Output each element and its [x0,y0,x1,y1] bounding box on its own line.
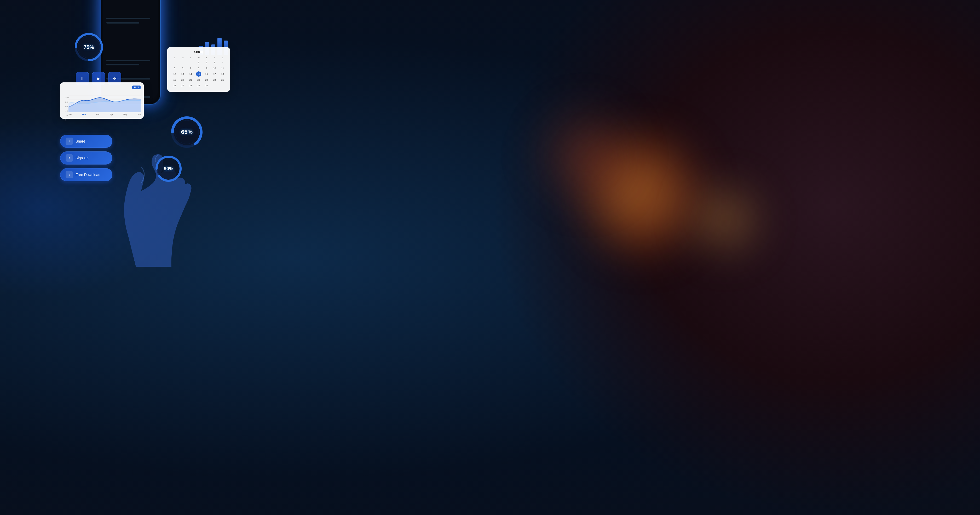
cal-day-11: 11 [220,65,225,71]
cal-day-18: 18 [220,72,225,77]
cal-empty-1 [172,60,177,65]
cal-day-15-today: 15 [196,72,201,77]
chart-card: 2024 100 80 60 40 20 0 [60,82,144,119]
cal-day-9: 9 [204,65,209,71]
signup-icon: ✦ [65,154,73,162]
download-button[interactable]: ↓ Free Download [60,168,112,181]
chart-year: 2024 [132,86,141,89]
cal-day-22: 22 [196,77,201,82]
cal-day-2: 2 [204,60,209,65]
screen-line-3 [107,60,150,61]
cal-day-7: 7 [188,65,193,71]
hand-element [120,131,193,267]
cal-day-6: 6 [180,65,185,71]
cal-header-t2: T [203,56,210,59]
cal-header-f: F [211,56,218,59]
calendar-month: APRIL [171,51,226,54]
cal-day-13: 13 [180,72,185,77]
cal-header-m: M [179,56,186,59]
cal-day-23: 23 [204,77,209,82]
progress-90-label: 90% [164,166,173,172]
cal-day-4: 4 [220,60,225,65]
skip-icon: ⏭ [113,76,117,81]
pause-icon: ⏸ [80,76,84,81]
cal-day-27: 27 [180,83,185,88]
cal-empty-2 [180,60,185,65]
play-icon: ▶ [97,76,100,81]
progress-circle-75: 75% [73,31,105,64]
calendar-card: APRIL S M T W T F S 1 2 3 4 5 6 7 8 9 10 [167,47,230,92]
main-scene: 75% ⏸ ▶ ⏭ 2024 100 80 60 40 20 0 [52,21,261,492]
cal-day-14: 14 [188,72,193,77]
screen-line-2 [107,22,139,24]
share-label: Share [76,139,85,143]
action-buttons-container: ↑ Share ✦ Sign Up ↓ Free Download [60,135,112,181]
signup-button[interactable]: ✦ Sign Up [60,151,112,164]
cal-day-20: 20 [180,77,185,82]
progress-circle-65: 65% [170,115,204,150]
cal-header-w: W [195,56,202,59]
cal-day-30: 30 [204,83,209,88]
chart-area [68,91,141,112]
bokeh-light-2 [686,180,764,259]
download-icon: ↓ [65,171,73,179]
cal-day-8: 8 [196,65,201,71]
cal-day-26: 26 [172,83,177,88]
progress-75-label: 75% [84,44,94,50]
cal-day-21: 21 [188,77,193,82]
chart-x-labels: Jan Feb Mar Apr May Jun [68,113,141,116]
cal-day-28: 28 [188,83,193,88]
cal-day-1: 1 [196,60,201,65]
progress-65-label: 65% [181,129,192,136]
cal-empty-end [212,83,217,88]
cal-day-10: 10 [212,65,217,71]
screen-line-1 [107,18,150,19]
calendar-grid: S M T W T F S 1 2 3 4 5 6 7 8 9 10 11 12… [171,56,226,88]
cal-day-25: 25 [220,77,225,82]
cal-day-5: 5 [172,65,177,71]
share-button[interactable]: ↑ Share [60,135,112,148]
progress-circle-90: 90% [154,154,183,184]
share-icon: ↑ [65,137,73,145]
background-right [490,0,980,515]
download-label: Free Download [76,173,100,177]
cal-empty-3 [188,60,193,65]
cal-header-s1: S [171,56,178,59]
screen-line-4 [107,64,139,65]
cal-day-16: 16 [204,72,209,77]
cal-day-24: 24 [212,77,217,82]
cal-day-3: 3 [212,60,217,65]
cal-day-29: 29 [196,83,201,88]
cal-header-t1: T [187,56,194,59]
cal-day-12: 12 [172,72,177,77]
bokeh-light-3 [533,103,637,208]
cal-day-17: 17 [212,72,217,77]
cal-header-s2: S [219,56,226,59]
signup-label: Sign Up [76,156,89,160]
cal-day-19: 19 [172,77,177,82]
